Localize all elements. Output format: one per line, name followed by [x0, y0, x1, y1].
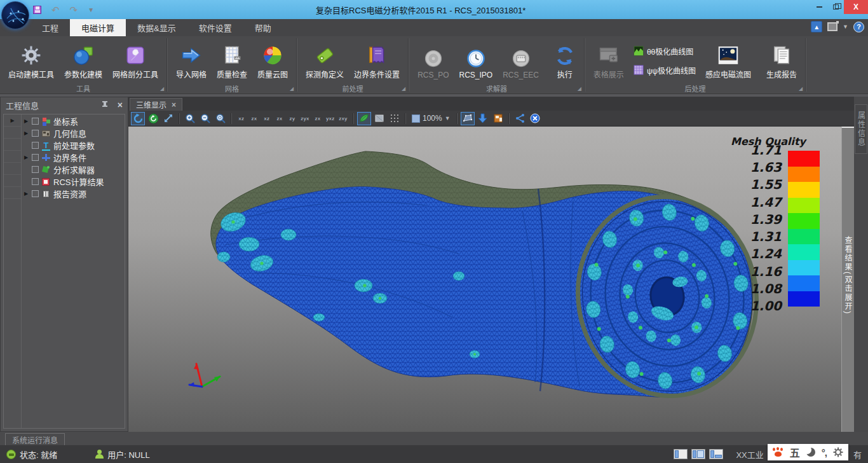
- layout-left-icon[interactable]: [674, 449, 688, 459]
- expander-icon[interactable]: ▶: [23, 118, 29, 124]
- gutter-cell[interactable]: [4, 139, 21, 151]
- checkbox[interactable]: [32, 118, 39, 125]
- tab-em-computation[interactable]: 电磁计算: [70, 19, 126, 36]
- panel-close-icon[interactable]: ×: [118, 100, 123, 109]
- tree-item-analysis-solver[interactable]: 分析求解器: [22, 163, 125, 176]
- tree-item-preprocess-params[interactable]: T前处理参数: [22, 139, 125, 151]
- expander-icon[interactable]: ▶: [23, 191, 29, 197]
- ime-gear-icon[interactable]: [833, 447, 843, 457]
- redo-icon[interactable]: ↷: [70, 5, 78, 15]
- ime-moon-icon[interactable]: [806, 448, 815, 457]
- table-display-button[interactable]: 表格展示: [590, 40, 627, 81]
- ime-toolbar[interactable]: 五 °,: [768, 444, 848, 460]
- tree-item-coordinate-system[interactable]: ▶坐标系: [22, 115, 125, 127]
- mesh-surface-button[interactable]: [461, 112, 475, 125]
- refresh-view-button[interactable]: [146, 112, 160, 125]
- save-icon[interactable]: [33, 6, 41, 14]
- detection-angle-button[interactable]: 探测角定义: [302, 40, 347, 81]
- tree-item-report-resources[interactable]: ▶报告资源: [22, 188, 125, 200]
- dialog-launcher-icon[interactable]: ◢: [799, 86, 803, 92]
- mesh-partition-tool-button[interactable]: 网格剖分工具: [109, 40, 161, 81]
- ime-paw-icon[interactable]: [773, 447, 783, 457]
- rcs-po-button[interactable]: RCS_PO: [414, 40, 452, 81]
- tree-item-rcs-results[interactable]: RCS计算结果: [22, 176, 125, 188]
- ime-wubi-label[interactable]: 五: [790, 445, 800, 460]
- rcs-ipo-button[interactable]: RCS_IPO: [456, 40, 496, 81]
- zoom-in-button[interactable]: [183, 112, 197, 125]
- axis-view-button-4[interactable]: zy: [286, 112, 299, 125]
- rotate-view-button[interactable]: [131, 112, 145, 125]
- pin-icon[interactable]: [101, 101, 109, 109]
- checkbox[interactable]: [32, 190, 39, 197]
- axis-view-button-5[interactable]: zyx: [299, 112, 311, 125]
- arrow-down-button[interactable]: [476, 112, 490, 125]
- zoom-percent-control[interactable]: 100% ▼: [409, 114, 453, 123]
- gutter-cell[interactable]: [4, 175, 21, 187]
- axis-view-button-3[interactable]: zx: [273, 112, 286, 125]
- axis-view-button-7[interactable]: yxz: [324, 112, 337, 125]
- checkbox[interactable]: [32, 142, 39, 149]
- view-results-collapsed-bar[interactable]: 查看结果(双击展开): [841, 127, 854, 432]
- tab-software-settings[interactable]: 软件设置: [187, 19, 243, 36]
- execute-button[interactable]: 执行: [551, 40, 579, 81]
- app-logo-icon[interactable]: [1, 1, 29, 29]
- system-message-tab[interactable]: 系统运行消息: [5, 433, 65, 445]
- close-circle-button[interactable]: [528, 112, 542, 125]
- tree-item-boundary-conditions[interactable]: ▶边界条件: [22, 151, 125, 163]
- checkbox[interactable]: [32, 130, 39, 137]
- boundary-condition-button[interactable]: 边界条件设置: [351, 40, 403, 81]
- dialog-launcher-icon[interactable]: ◢: [578, 86, 581, 92]
- zoom-caret-icon[interactable]: ▼: [445, 115, 451, 121]
- gutter-cell[interactable]: [4, 151, 21, 163]
- quality-contour-button[interactable]: 质量云图: [254, 40, 291, 81]
- checkbox[interactable]: [32, 178, 39, 185]
- induced-current-map-button[interactable]: 感应电磁流图: [702, 40, 754, 81]
- zoom-fit-button[interactable]: [214, 112, 227, 125]
- axis-view-button-0[interactable]: xz: [235, 112, 248, 125]
- qat-dropdown-icon[interactable]: ▼: [88, 6, 94, 13]
- dialog-launcher-icon[interactable]: ◢: [160, 86, 164, 92]
- rcs-eec-button[interactable]: RCS_EEC: [499, 40, 542, 81]
- theta-polar-curve-button[interactable]: θθ极化曲线图: [634, 44, 696, 58]
- dialog-launcher-icon[interactable]: ◢: [290, 86, 294, 92]
- zoom-out-button[interactable]: [198, 112, 212, 125]
- tab-project[interactable]: 工程: [31, 19, 70, 36]
- points-mode-button[interactable]: [388, 112, 402, 125]
- minimize-button[interactable]: [811, 0, 827, 14]
- checkbox[interactable]: [32, 166, 39, 173]
- gutter-cell[interactable]: [4, 163, 21, 175]
- checkbox[interactable]: [32, 154, 39, 161]
- tab-close-icon[interactable]: ×: [172, 100, 176, 109]
- gutter-cell[interactable]: [4, 127, 21, 139]
- layout-bottom-icon[interactable]: [709, 449, 723, 459]
- 3d-canvas[interactable]: Mesh Quality 1.711.631.551.471.391.311.2…: [128, 127, 854, 432]
- layout-split-icon[interactable]: [691, 449, 705, 459]
- tab-data-display[interactable]: 数据&显示: [126, 19, 187, 36]
- axis-view-button-1[interactable]: zx: [248, 112, 261, 125]
- tree-item-geometry-info[interactable]: ▶几何信息: [22, 127, 125, 139]
- wireframe-mode-button[interactable]: [372, 112, 386, 125]
- shaded-mode-button[interactable]: [357, 112, 371, 125]
- restore-button[interactable]: [827, 0, 844, 14]
- close-button[interactable]: X: [844, 0, 868, 14]
- undo-icon[interactable]: ↶: [51, 5, 60, 15]
- tab-help[interactable]: 帮助: [243, 19, 283, 36]
- ime-punctuation-label[interactable]: °,: [822, 447, 827, 458]
- window-switch-icon[interactable]: [827, 22, 837, 31]
- expander-icon[interactable]: ▶: [23, 155, 29, 160]
- quality-check-button[interactable]: 质量检查: [214, 40, 250, 81]
- window-switch-caret-icon[interactable]: ▼: [843, 24, 848, 30]
- gutter-cell[interactable]: ▶: [4, 114, 21, 127]
- axis-view-button-8[interactable]: zxy: [337, 112, 349, 125]
- property-info-tab[interactable]: 属性信息: [855, 104, 867, 154]
- axis-view-button-2[interactable]: xz: [261, 112, 273, 125]
- psi-polar-curve-button[interactable]: ψψ极化曲线图: [634, 63, 696, 77]
- axis-view-button-6[interactable]: zx: [311, 112, 324, 125]
- collapse-ribbon-icon[interactable]: ▲: [811, 21, 822, 32]
- scene-tree-button[interactable]: [491, 112, 505, 125]
- help-icon[interactable]: ?: [853, 22, 864, 32]
- share-nodes-button[interactable]: [513, 112, 527, 125]
- dialog-launcher-icon[interactable]: ◢: [402, 86, 405, 92]
- pan-zoom-arrow-button[interactable]: [161, 112, 175, 125]
- expander-icon[interactable]: ▶: [23, 130, 29, 136]
